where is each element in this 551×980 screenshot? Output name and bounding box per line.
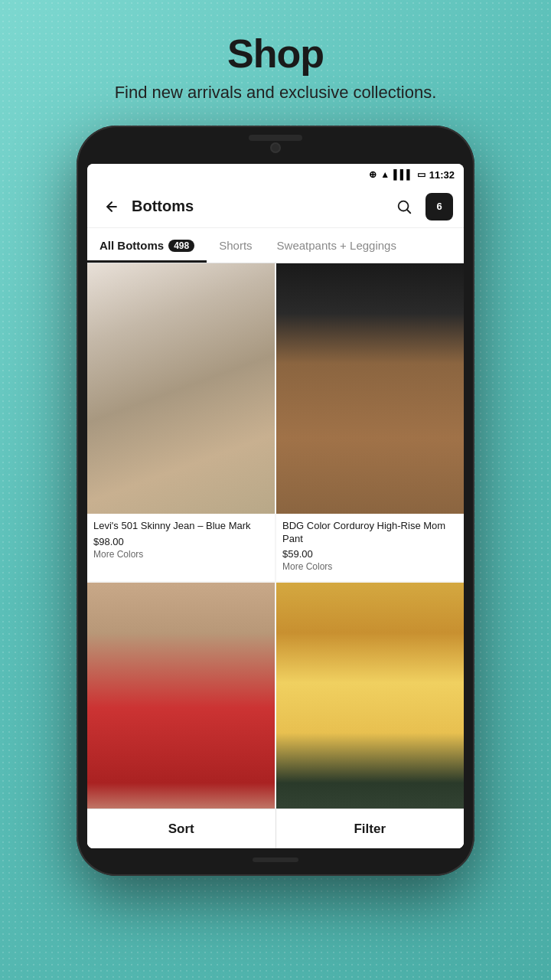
cart-button[interactable]: 6 — [425, 193, 453, 220]
product-row-1: Levi's 501 Skinny Jean – Blue Mark $98.0… — [87, 263, 464, 581]
signal-icon: ▌▌▌ — [393, 169, 413, 180]
product-card-3[interactable]: Red Top Product $45.00 More Colors — [87, 583, 275, 808]
product-image-1 — [87, 263, 275, 514]
tab-all-bottoms[interactable]: All Bottoms 498 — [87, 228, 207, 263]
page-header: Shop Find new arrivals and exclusive col… — [99, 0, 452, 118]
speaker-bottom — [253, 858, 298, 862]
tab-sweatpants[interactable]: Sweatpants + Leggings — [265, 228, 409, 263]
product-name-2: BDG Color Corduroy High-Rise Mom Pant — [282, 520, 458, 546]
product-info-1: Levi's 501 Skinny Jean – Blue Mark $98.0… — [87, 514, 275, 569]
product-grid: Levi's 501 Skinny Jean – Blue Mark $98.0… — [87, 263, 464, 808]
tabs-bar: All Bottoms 498 Shorts Sweatpants + Legg… — [87, 228, 464, 263]
product-img-corduroy — [276, 263, 464, 514]
product-image-4 — [276, 583, 464, 808]
camera — [270, 142, 281, 153]
phone-screen: ⊕ ▲ ▌▌▌ ▭ 11:32 Bottoms — [87, 164, 464, 848]
search-button[interactable] — [390, 193, 418, 220]
sort-button[interactable]: Sort — [87, 809, 276, 848]
tab-all-bottoms-label: All Bottoms — [99, 239, 164, 252]
speaker — [249, 135, 302, 141]
product-card-4[interactable]: Party Look Product $65.00 More Colors — [276, 583, 464, 808]
header-actions: 6 — [390, 193, 453, 220]
phone-frame: ⊕ ▲ ▌▌▌ ▭ 11:32 Bottoms — [77, 126, 474, 876]
product-row-2: Red Top Product $45.00 More Colors Party… — [87, 583, 464, 808]
cart-badge: 6 — [436, 201, 442, 212]
tab-shorts[interactable]: Shorts — [207, 228, 264, 263]
back-button[interactable] — [98, 193, 126, 220]
wifi-icon: ▲ — [380, 169, 390, 180]
page-title: Shop — [115, 31, 437, 77]
product-name-1: Levi's 501 Skinny Jean – Blue Mark — [93, 520, 269, 533]
product-image-3 — [87, 583, 275, 808]
tab-all-bottoms-badge: 498 — [168, 240, 194, 252]
product-card-1[interactable]: Levi's 501 Skinny Jean – Blue Mark $98.0… — [87, 263, 275, 581]
product-colors-1: More Colors — [93, 549, 269, 560]
product-img-party — [276, 583, 464, 808]
bottom-bar: Sort Filter — [87, 808, 464, 848]
product-img-red-top — [87, 583, 275, 808]
filter-button[interactable]: Filter — [276, 809, 465, 848]
product-price-2: $59.00 — [282, 548, 458, 560]
app-header: Bottoms 6 — [87, 185, 464, 228]
page-subtitle: Find new arrivals and exclusive collecti… — [115, 83, 437, 103]
status-time: 11:32 — [429, 169, 455, 181]
product-image-2 — [276, 263, 464, 514]
product-info-2: BDG Color Corduroy High-Rise Mom Pant $5… — [276, 514, 464, 582]
product-price-1: $98.00 — [93, 536, 269, 547]
header-title: Bottoms — [126, 198, 390, 215]
battery-icon: ▭ — [417, 169, 425, 180]
bluetooth-icon: ⊕ — [369, 169, 377, 180]
status-icons: ⊕ ▲ ▌▌▌ ▭ 11:32 — [369, 169, 455, 181]
product-card-2[interactable]: BDG Color Corduroy High-Rise Mom Pant $5… — [276, 263, 464, 581]
tab-sweatpants-label: Sweatpants + Leggings — [277, 239, 396, 252]
tab-shorts-label: Shorts — [219, 239, 252, 252]
product-img-jeans — [87, 263, 275, 514]
status-bar: ⊕ ▲ ▌▌▌ ▭ 11:32 — [87, 164, 464, 185]
svg-point-0 — [399, 201, 409, 211]
product-colors-2: More Colors — [282, 561, 458, 572]
